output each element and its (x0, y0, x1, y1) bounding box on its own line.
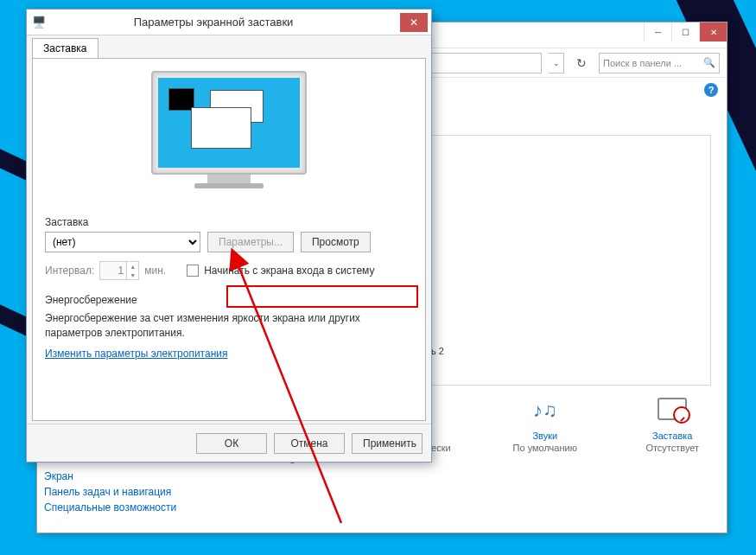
tab-body: Заставка (нет) Параметры... Просмотр Инт… (32, 58, 426, 421)
help-icon[interactable]: ? (704, 83, 718, 97)
settings-button[interactable]: Параметры... (207, 232, 294, 252)
screensaver-dialog: 🖥️ Параметры экранной заставки ✕ Заставк… (26, 9, 432, 462)
tab-screensaver[interactable]: Заставка (32, 38, 98, 59)
search-placeholder: Поиск в панели ... (603, 58, 682, 68)
sound-icon: ♪♫ (532, 398, 558, 424)
search-input[interactable]: Поиск в панели ... 🔍 (599, 53, 720, 73)
ease-of-access-link[interactable]: Специальные возможности (44, 501, 176, 514)
power-section-title: Энергосбережение (45, 294, 413, 306)
monitor-preview (151, 71, 307, 201)
screensaver-section-label: Заставка (45, 216, 413, 228)
minimize-button[interactable]: ─ (644, 22, 671, 41)
preview-button[interactable]: Просмотр (301, 232, 371, 252)
apply-button[interactable]: Применить (352, 433, 422, 454)
interval-unit: мин. (144, 265, 166, 277)
tab-strip: Заставка (27, 35, 431, 58)
maximize-button[interactable]: ☐ (671, 22, 699, 41)
dialog-close-button[interactable]: ✕ (400, 13, 428, 32)
screensaver-link[interactable]: Заставка Отсутствует (634, 398, 712, 463)
search-icon: 🔍 (703, 57, 715, 68)
logon-checkbox-label: Начинать с экрана входа в систему (204, 265, 374, 277)
themes-group-label: ь 2 (431, 346, 444, 356)
refresh-button[interactable]: ↻ (571, 53, 592, 73)
side-links: Экран Панель задач и навигация Специальн… (44, 467, 176, 517)
screensaver-select[interactable]: (нет) (45, 232, 200, 252)
close-button[interactable]: ✕ (699, 22, 727, 41)
power-section-desc: Энергосбережение за счет изменения яркос… (45, 311, 413, 341)
dialog-title: Параметры экранной заставки (51, 16, 400, 29)
dialog-titlebar: 🖥️ Параметры экранной заставки ✕ (27, 10, 431, 35)
logon-checkbox[interactable] (187, 265, 199, 277)
address-dropdown[interactable]: ⌄ (549, 53, 564, 73)
spin-up-icon[interactable]: ▲ (127, 262, 138, 271)
interval-spinner[interactable]: ▲▼ (99, 261, 139, 280)
power-settings-link[interactable]: Изменить параметры электропитания (45, 348, 227, 360)
taskbar-link[interactable]: Панель задач и навигация (44, 486, 176, 498)
spin-down-icon[interactable]: ▼ (127, 271, 138, 279)
dialog-icon: 🖥️ (27, 16, 51, 29)
screensaver-icon (658, 398, 687, 420)
cancel-button[interactable]: Отмена (274, 433, 345, 454)
sounds-link[interactable]: ♪♫ Звуки По умолчанию (506, 398, 584, 463)
dialog-footer: ОК Отмена Применить (27, 424, 431, 462)
interval-label: Интервал: (45, 265, 94, 277)
interval-input[interactable] (100, 262, 126, 279)
ok-button[interactable]: ОК (196, 433, 267, 454)
screen-link[interactable]: Экран (44, 470, 176, 482)
